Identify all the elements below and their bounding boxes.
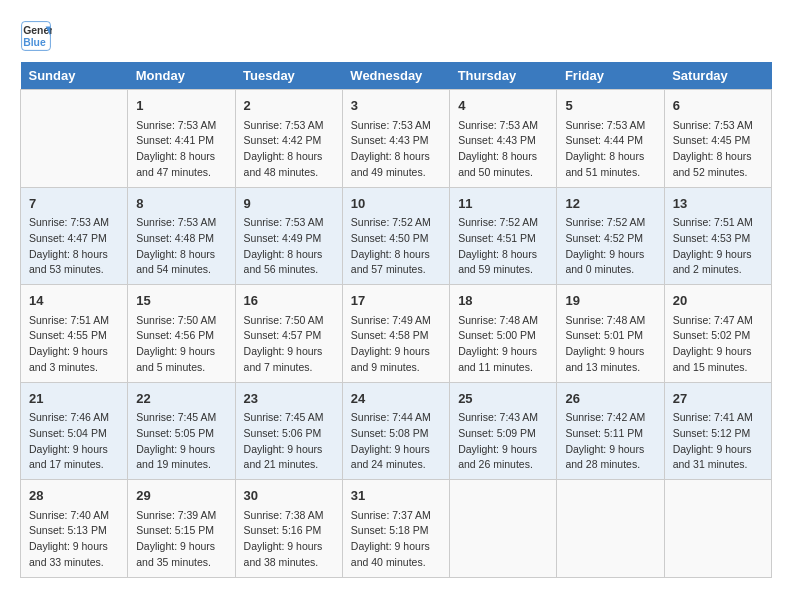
calendar-cell: 29Sunrise: 7:39 AM Sunset: 5:15 PM Dayli… [128,480,235,578]
day-info: Sunrise: 7:51 AM Sunset: 4:53 PM Dayligh… [673,215,763,278]
calendar-cell: 17Sunrise: 7:49 AM Sunset: 4:58 PM Dayli… [342,285,449,383]
header-friday: Friday [557,62,664,90]
logo: General Blue [20,20,52,52]
day-number: 10 [351,194,441,214]
header-monday: Monday [128,62,235,90]
calendar-week-row: 7Sunrise: 7:53 AM Sunset: 4:47 PM Daylig… [21,187,772,285]
calendar-cell: 4Sunrise: 7:53 AM Sunset: 4:43 PM Daylig… [450,90,557,188]
calendar-cell [557,480,664,578]
day-number: 6 [673,96,763,116]
day-number: 9 [244,194,334,214]
day-number: 5 [565,96,655,116]
day-info: Sunrise: 7:53 AM Sunset: 4:41 PM Dayligh… [136,118,226,181]
day-number: 18 [458,291,548,311]
day-info: Sunrise: 7:53 AM Sunset: 4:49 PM Dayligh… [244,215,334,278]
day-number: 21 [29,389,119,409]
day-info: Sunrise: 7:37 AM Sunset: 5:18 PM Dayligh… [351,508,441,571]
day-info: Sunrise: 7:45 AM Sunset: 5:05 PM Dayligh… [136,410,226,473]
day-info: Sunrise: 7:42 AM Sunset: 5:11 PM Dayligh… [565,410,655,473]
day-info: Sunrise: 7:43 AM Sunset: 5:09 PM Dayligh… [458,410,548,473]
calendar-cell: 1Sunrise: 7:53 AM Sunset: 4:41 PM Daylig… [128,90,235,188]
header-thursday: Thursday [450,62,557,90]
day-info: Sunrise: 7:38 AM Sunset: 5:16 PM Dayligh… [244,508,334,571]
calendar-cell: 22Sunrise: 7:45 AM Sunset: 5:05 PM Dayli… [128,382,235,480]
calendar-cell [664,480,771,578]
calendar-cell: 5Sunrise: 7:53 AM Sunset: 4:44 PM Daylig… [557,90,664,188]
day-info: Sunrise: 7:53 AM Sunset: 4:48 PM Dayligh… [136,215,226,278]
day-number: 23 [244,389,334,409]
calendar-cell: 15Sunrise: 7:50 AM Sunset: 4:56 PM Dayli… [128,285,235,383]
day-number: 11 [458,194,548,214]
calendar-cell: 7Sunrise: 7:53 AM Sunset: 4:47 PM Daylig… [21,187,128,285]
day-info: Sunrise: 7:52 AM Sunset: 4:52 PM Dayligh… [565,215,655,278]
calendar-cell: 10Sunrise: 7:52 AM Sunset: 4:50 PM Dayli… [342,187,449,285]
calendar-cell: 16Sunrise: 7:50 AM Sunset: 4:57 PM Dayli… [235,285,342,383]
calendar-cell: 27Sunrise: 7:41 AM Sunset: 5:12 PM Dayli… [664,382,771,480]
day-number: 15 [136,291,226,311]
day-number: 16 [244,291,334,311]
day-number: 29 [136,486,226,506]
day-info: Sunrise: 7:49 AM Sunset: 4:58 PM Dayligh… [351,313,441,376]
day-number: 20 [673,291,763,311]
calendar-cell: 9Sunrise: 7:53 AM Sunset: 4:49 PM Daylig… [235,187,342,285]
header-tuesday: Tuesday [235,62,342,90]
day-number: 14 [29,291,119,311]
day-number: 2 [244,96,334,116]
day-info: Sunrise: 7:53 AM Sunset: 4:42 PM Dayligh… [244,118,334,181]
calendar-cell: 24Sunrise: 7:44 AM Sunset: 5:08 PM Dayli… [342,382,449,480]
calendar-cell: 26Sunrise: 7:42 AM Sunset: 5:11 PM Dayli… [557,382,664,480]
calendar-cell: 19Sunrise: 7:48 AM Sunset: 5:01 PM Dayli… [557,285,664,383]
calendar-cell [450,480,557,578]
day-number: 25 [458,389,548,409]
calendar-cell: 21Sunrise: 7:46 AM Sunset: 5:04 PM Dayli… [21,382,128,480]
day-number: 13 [673,194,763,214]
calendar-header-row: SundayMondayTuesdayWednesdayThursdayFrid… [21,62,772,90]
day-info: Sunrise: 7:50 AM Sunset: 4:56 PM Dayligh… [136,313,226,376]
calendar-cell: 3Sunrise: 7:53 AM Sunset: 4:43 PM Daylig… [342,90,449,188]
day-info: Sunrise: 7:47 AM Sunset: 5:02 PM Dayligh… [673,313,763,376]
calendar-week-row: 1Sunrise: 7:53 AM Sunset: 4:41 PM Daylig… [21,90,772,188]
day-info: Sunrise: 7:50 AM Sunset: 4:57 PM Dayligh… [244,313,334,376]
day-info: Sunrise: 7:40 AM Sunset: 5:13 PM Dayligh… [29,508,119,571]
calendar-cell: 18Sunrise: 7:48 AM Sunset: 5:00 PM Dayli… [450,285,557,383]
day-number: 30 [244,486,334,506]
day-info: Sunrise: 7:52 AM Sunset: 4:50 PM Dayligh… [351,215,441,278]
day-info: Sunrise: 7:53 AM Sunset: 4:47 PM Dayligh… [29,215,119,278]
svg-text:Blue: Blue [23,37,46,48]
calendar-cell: 13Sunrise: 7:51 AM Sunset: 4:53 PM Dayli… [664,187,771,285]
calendar-cell: 31Sunrise: 7:37 AM Sunset: 5:18 PM Dayli… [342,480,449,578]
calendar-week-row: 28Sunrise: 7:40 AM Sunset: 5:13 PM Dayli… [21,480,772,578]
day-number: 4 [458,96,548,116]
day-number: 17 [351,291,441,311]
day-info: Sunrise: 7:52 AM Sunset: 4:51 PM Dayligh… [458,215,548,278]
day-number: 8 [136,194,226,214]
day-info: Sunrise: 7:41 AM Sunset: 5:12 PM Dayligh… [673,410,763,473]
page-header: General Blue [20,20,772,52]
day-info: Sunrise: 7:51 AM Sunset: 4:55 PM Dayligh… [29,313,119,376]
calendar-cell: 14Sunrise: 7:51 AM Sunset: 4:55 PM Dayli… [21,285,128,383]
day-number: 27 [673,389,763,409]
calendar-cell: 30Sunrise: 7:38 AM Sunset: 5:16 PM Dayli… [235,480,342,578]
calendar-cell: 28Sunrise: 7:40 AM Sunset: 5:13 PM Dayli… [21,480,128,578]
header-sunday: Sunday [21,62,128,90]
calendar-cell [21,90,128,188]
day-info: Sunrise: 7:44 AM Sunset: 5:08 PM Dayligh… [351,410,441,473]
day-number: 12 [565,194,655,214]
day-info: Sunrise: 7:53 AM Sunset: 4:44 PM Dayligh… [565,118,655,181]
header-wednesday: Wednesday [342,62,449,90]
day-number: 31 [351,486,441,506]
calendar-cell: 2Sunrise: 7:53 AM Sunset: 4:42 PM Daylig… [235,90,342,188]
calendar-cell: 23Sunrise: 7:45 AM Sunset: 5:06 PM Dayli… [235,382,342,480]
calendar-table: SundayMondayTuesdayWednesdayThursdayFrid… [20,62,772,578]
day-number: 24 [351,389,441,409]
day-info: Sunrise: 7:53 AM Sunset: 4:43 PM Dayligh… [351,118,441,181]
calendar-cell: 11Sunrise: 7:52 AM Sunset: 4:51 PM Dayli… [450,187,557,285]
day-number: 28 [29,486,119,506]
day-info: Sunrise: 7:53 AM Sunset: 4:43 PM Dayligh… [458,118,548,181]
day-info: Sunrise: 7:53 AM Sunset: 4:45 PM Dayligh… [673,118,763,181]
day-number: 3 [351,96,441,116]
logo-icon: General Blue [20,20,52,52]
calendar-cell: 8Sunrise: 7:53 AM Sunset: 4:48 PM Daylig… [128,187,235,285]
day-info: Sunrise: 7:48 AM Sunset: 5:00 PM Dayligh… [458,313,548,376]
day-number: 26 [565,389,655,409]
